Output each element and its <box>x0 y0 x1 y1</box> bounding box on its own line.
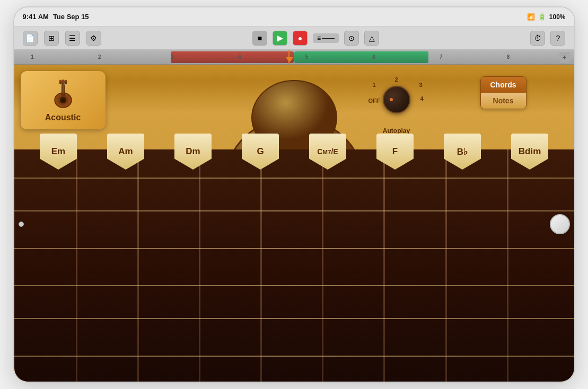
timeline-num-7: 7 <box>440 54 443 60</box>
home-button[interactable] <box>550 214 570 234</box>
stop-button[interactable]: ■ <box>252 31 267 46</box>
timeline-num-5: 5 <box>305 54 309 60</box>
left-side-dot <box>19 222 24 227</box>
instrument-card[interactable]: Acoustic <box>21 71 106 129</box>
toolbar-center: ■ ▶ ● ≡ —— ⊙ △ <box>252 31 379 46</box>
play-icon: ▶ <box>277 33 283 43</box>
autoplay-num-2: 2 <box>394 76 398 83</box>
help-button[interactable]: ? <box>550 31 565 46</box>
timeline-num-4: 4 <box>238 54 241 60</box>
fret-line-2 <box>137 149 139 383</box>
status-right: 📶 🔋 100% <box>527 13 566 21</box>
chord-btn-bb[interactable]: B♭ <box>444 134 481 170</box>
status-time: 9:41 AM <box>23 13 49 21</box>
timeline-playhead-marker <box>286 57 293 63</box>
timeline-region-green <box>294 51 428 63</box>
autoplay-num-1: 1 <box>373 82 376 88</box>
tempo-slider: —— <box>322 34 335 42</box>
chord-btn-am[interactable]: Am <box>107 134 144 170</box>
stop-icon: ■ <box>258 34 262 42</box>
timeline-num-3: 3 <box>171 54 174 60</box>
status-date: Tue Sep 15 <box>53 13 89 21</box>
svg-point-7 <box>62 79 64 82</box>
wifi-icon: 📶 <box>527 13 535 21</box>
chords-notes-toggle: Chords Notes <box>480 76 526 109</box>
tempo-control[interactable]: ≡ —— <box>313 33 339 43</box>
timeline-num-8: 8 <box>507 54 510 60</box>
tempo-icon: ≡ <box>317 34 321 42</box>
string-1 <box>14 178 574 179</box>
ipad-device: 9:41 AM Tue Sep 15 📶 🔋 100% 📄 ⊞ ☰ ⚙ ■ ▶ … <box>13 6 575 383</box>
instrument-name: Acoustic <box>45 113 81 122</box>
toolbar-left: 📄 ⊞ ☰ ⚙ <box>23 31 101 46</box>
battery-percent: 100% <box>549 13 566 21</box>
chord-buttons-row: Em Am Dm G CM7/E F B♭ Bdim <box>14 134 574 170</box>
status-bar: 9:41 AM Tue Sep 15 📶 🔋 100% <box>14 7 574 26</box>
fret-line-6 <box>383 149 385 383</box>
autoplay-num-4: 4 <box>420 95 423 102</box>
string-6 <box>14 356 574 357</box>
status-left: 9:41 AM Tue Sep 15 <box>23 13 89 21</box>
timeline-num-1: 1 <box>31 54 34 60</box>
play-button[interactable]: ▶ <box>273 31 287 46</box>
chord-btn-cme[interactable]: CM7/E <box>309 134 346 170</box>
record-button[interactable]: ● <box>293 31 308 46</box>
chord-btn-bdim[interactable]: Bdim <box>511 134 548 170</box>
toolbar-right: ⏱ ? <box>530 31 565 46</box>
svg-point-8 <box>64 80 67 83</box>
fret-line-3 <box>199 149 200 383</box>
metronome-button[interactable]: △ <box>364 31 379 46</box>
timer-button[interactable]: ⏱ <box>530 31 545 46</box>
svg-point-6 <box>59 80 62 83</box>
string-2 <box>14 210 574 211</box>
chords-button[interactable]: Chords <box>481 77 526 93</box>
list-button[interactable]: ☰ <box>65 31 80 46</box>
autoplay-num-3: 3 <box>419 82 422 88</box>
timeline: 1 2 3 4 5 6 7 8 + <box>14 50 574 65</box>
tracks-button[interactable]: ⊞ <box>44 31 59 46</box>
autoplay-knob[interactable] <box>383 86 410 113</box>
notes-button[interactable]: Notes <box>481 93 526 109</box>
autoplay-area: 2 1 3 4 OFF Autoplay <box>367 75 426 135</box>
loop-button[interactable]: ⊙ <box>344 31 359 46</box>
fret-line-5 <box>322 149 323 383</box>
string-5 <box>14 318 574 319</box>
autoplay-off-label: OFF <box>368 98 380 104</box>
fret-line-4 <box>260 149 262 383</box>
record-icon: ● <box>298 34 302 42</box>
chord-btn-em[interactable]: Em <box>40 134 77 170</box>
mixer-button[interactable]: ⚙ <box>86 31 101 46</box>
fret-line-1 <box>76 149 77 383</box>
autoplay-knob-area: 2 1 3 4 OFF <box>367 75 426 123</box>
new-file-button[interactable]: 📄 <box>23 31 38 46</box>
timeline-region-red <box>171 51 294 63</box>
timeline-num-2: 2 <box>98 54 101 60</box>
string-4 <box>14 285 574 286</box>
battery-icon: 🔋 <box>538 13 546 21</box>
timeline-add-button[interactable]: + <box>559 52 570 63</box>
timeline-num-6: 6 <box>372 54 375 60</box>
chord-btn-dm[interactable]: Dm <box>174 134 212 170</box>
guitar-area: Acoustic <box>14 65 574 383</box>
guitar-image <box>47 78 79 110</box>
fret-line-7 <box>445 149 447 383</box>
fretboard[interactable] <box>14 149 574 383</box>
toolbar: 📄 ⊞ ☰ ⚙ ■ ▶ ● ≡ —— ⊙ △ ⏱ ? <box>14 26 574 50</box>
chord-btn-g[interactable]: G <box>242 134 279 170</box>
chord-btn-f[interactable]: F <box>376 134 414 170</box>
string-3 <box>14 248 574 249</box>
fret-line-8 <box>507 149 508 383</box>
